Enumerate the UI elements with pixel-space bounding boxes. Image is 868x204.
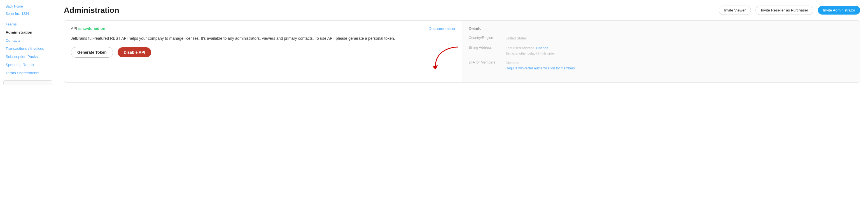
detail-row-2fa: 2FA for Members Disabled Require two-fac… (469, 61, 853, 71)
invite-administrator-button[interactable]: Invite Administrator (818, 6, 860, 14)
sidebar-link-spending-report: Spending Report (6, 63, 34, 67)
sidebar-link-terms: Terms / Agreements (6, 71, 39, 75)
back-home-link[interactable]: Back Home (0, 3, 56, 9)
sidebar-link-contacts: Contacts (6, 38, 21, 42)
api-panel: API is switched on Documentation JetBrai… (64, 21, 462, 82)
sidebar-link-subscription-packs: Subscription Packs (6, 55, 38, 59)
billing-change-link[interactable]: Change (536, 46, 549, 50)
api-status-prefix: API (71, 26, 78, 31)
sidebar: Back Home Seller Inc. 1234 Teams Adminis… (0, 0, 56, 204)
api-status-text: is switched on (78, 26, 105, 31)
billing-address-sub: Set as another default in this order (506, 52, 555, 55)
generate-token-button[interactable]: Generate Token (71, 47, 113, 58)
sidebar-item-subscription-packs[interactable]: Subscription Packs (0, 53, 56, 61)
sidebar-item-transactions[interactable]: Transactions / Invoices (0, 44, 56, 53)
sidebar-item-spending-report[interactable]: Spending Report (0, 61, 56, 69)
sidebar-nav: Teams Administration Contacts Transactio… (0, 20, 56, 77)
invite-viewer-button[interactable]: Invite Viewer (719, 6, 751, 15)
svg-marker-0 (433, 65, 438, 69)
invite-reseller-button[interactable]: Invite Reseller as Purchaser (755, 6, 813, 15)
page-title: Administration (64, 6, 714, 15)
api-header: API is switched on Documentation (71, 26, 455, 31)
content-grid: API is switched on Documentation JetBrai… (64, 21, 860, 82)
detail-label-country: Country/Region (469, 36, 502, 41)
detail-row-country: Country/Region United States (469, 36, 853, 41)
2fa-enable-link[interactable]: Require two-factor authentication for me… (506, 66, 575, 70)
sidebar-label-administration: Administration (6, 30, 32, 34)
detail-row-billing: Billing Address Last used address. Chang… (469, 45, 853, 56)
sidebar-item-teams[interactable]: Teams (0, 20, 56, 28)
detail-label-2fa: 2FA for Members (469, 61, 502, 71)
sidebar-item-terms[interactable]: Terms / Agreements (0, 69, 56, 77)
api-status: API is switched on (71, 26, 105, 31)
main-content: Administration Invite Viewer Invite Rese… (56, 0, 868, 204)
2fa-status: Disabled (506, 61, 519, 65)
billing-address-text: Last used address. (506, 46, 536, 50)
api-description: JetBrains full-featured REST API helps y… (71, 35, 455, 41)
api-documentation-link[interactable]: Documentation (429, 26, 455, 31)
detail-value-2fa: Disabled Require two-factor authenticati… (506, 61, 575, 71)
page-header: Administration Invite Viewer Invite Rese… (64, 6, 860, 15)
details-title: Details (469, 26, 853, 31)
sidebar-item-contacts[interactable]: Contacts (0, 36, 56, 44)
sidebar-item-administration[interactable]: Administration (0, 28, 56, 36)
api-actions: Generate Token Disable API (71, 47, 455, 58)
arrow-annotation (430, 44, 463, 73)
detail-label-billing: Billing Address (469, 45, 502, 56)
details-panel: Details Country/Region United States Bil… (462, 21, 860, 82)
detail-value-billing: Last used address. Change Set as another… (506, 45, 555, 56)
detail-value-country: United States (506, 36, 527, 41)
sidebar-link-teams: Teams (6, 22, 17, 26)
account-link[interactable]: Seller Inc. 1234 (0, 11, 56, 17)
sidebar-link-transactions: Transactions / Invoices (6, 46, 44, 50)
sidebar-search-box[interactable] (3, 80, 52, 86)
disable-api-button[interactable]: Disable API (118, 47, 152, 57)
